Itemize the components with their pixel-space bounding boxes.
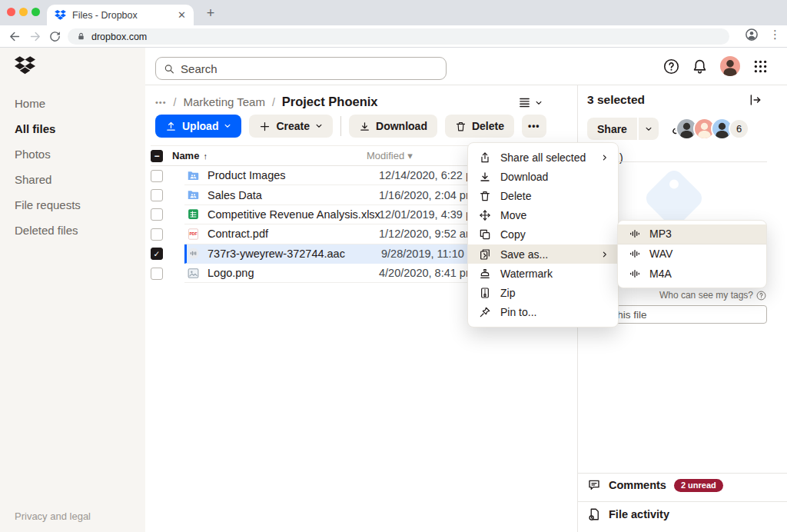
lock-icon — [77, 32, 85, 41]
delete-button[interactable]: Delete — [445, 115, 514, 138]
app-header — [145, 48, 787, 85]
browser-menu-icon[interactable]: ⋮ — [769, 28, 781, 42]
notifications-bell-icon[interactable] — [692, 58, 708, 75]
move-icon — [479, 209, 491, 221]
download-button[interactable]: Download — [349, 115, 437, 138]
reload-button[interactable] — [46, 28, 63, 45]
save-as-icon — [479, 248, 491, 261]
select-all-checkbox[interactable] — [151, 150, 163, 162]
waveform-icon — [629, 268, 641, 280]
selection-count: 3 selected — [587, 93, 645, 107]
submenu-item-wav[interactable]: WAV — [618, 244, 766, 264]
address-bar[interactable]: dropbox.com — [68, 28, 729, 45]
browser-tab[interactable]: Files - Dropbox ✕ — [47, 5, 194, 25]
search-box[interactable] — [155, 57, 447, 80]
help-icon — [756, 291, 766, 301]
menu-item-pin-to[interactable]: Pin to... — [468, 303, 618, 322]
privacy-and-legal-link[interactable]: Privacy and legal — [15, 510, 91, 522]
traffic-light-close[interactable] — [7, 8, 15, 16]
sidebar-item-file-requests[interactable]: File requests — [0, 192, 145, 218]
comments-section-toggle[interactable]: Comments 2 unread — [587, 478, 723, 492]
share-dropdown-button[interactable] — [639, 118, 659, 140]
breadcrumb-separator: / — [272, 96, 275, 108]
new-tab-button[interactable]: + — [201, 4, 220, 22]
file-modified-date: 4/20/2020, 8:41 pm — [379, 267, 475, 279]
row-checkbox[interactable] — [151, 248, 163, 260]
file-name[interactable]: Contract.pdf — [208, 228, 268, 240]
menu-item-copy[interactable]: Copy — [468, 225, 618, 244]
forward-button[interactable] — [26, 28, 43, 45]
browser-profile-icon[interactable] — [745, 28, 759, 42]
file-name[interactable]: 737r3-yweyrew-372744.aac — [208, 248, 345, 260]
file-modified-date: 1/16/2020, 2:04 pm — [379, 189, 475, 201]
menu-item-delete[interactable]: Delete — [468, 186, 618, 205]
apps-grid-icon[interactable] — [752, 58, 769, 75]
browser-tab-strip: Files - Dropbox ✕ + — [0, 0, 787, 25]
waveform-icon — [629, 228, 641, 240]
dropbox-logo[interactable] — [15, 56, 35, 75]
plus-icon — [259, 121, 271, 132]
submenu-item-mp3[interactable]: MP3 — [618, 224, 766, 244]
tab-title: Files - Dropbox — [72, 10, 171, 21]
menu-item-save-as[interactable]: Save as... — [468, 244, 618, 264]
column-header-name[interactable]: Name↑ — [172, 150, 208, 161]
breadcrumb-parent[interactable]: Marketing Team — [183, 95, 264, 108]
tags-help-link[interactable]: Who can see my tags? — [659, 290, 766, 301]
sidebar-item-shared[interactable]: Shared — [0, 167, 145, 192]
row-checkbox[interactable] — [151, 189, 163, 201]
column-header-modified[interactable]: Modified▾ — [367, 150, 413, 161]
row-checkbox[interactable] — [151, 228, 163, 241]
menu-item-share-all-selected[interactable]: Share all selected — [468, 148, 618, 167]
help-icon[interactable] — [663, 58, 679, 75]
file-modified-date: 1/12/2020, 9:52 am — [379, 228, 475, 240]
trash-icon — [479, 190, 491, 202]
more-actions-button[interactable]: ••• — [522, 115, 546, 138]
back-button[interactable] — [6, 28, 23, 45]
collapse-panel-icon[interactable] — [749, 93, 762, 107]
search-input[interactable] — [181, 62, 438, 75]
submenu-item-m4a[interactable]: M4A — [618, 264, 766, 284]
sidebar-item-photos[interactable]: Photos — [0, 141, 145, 167]
chevron-down-icon — [535, 99, 543, 107]
image-file-icon — [187, 267, 200, 280]
menu-item-zip[interactable]: Zip — [468, 283, 618, 302]
file-name[interactable]: Product Images — [208, 169, 286, 181]
breadcrumb-separator: / — [174, 96, 177, 108]
file-modified-date: 12/01/2019, 4:39 pm — [379, 208, 481, 221]
chevron-down-icon — [224, 122, 231, 130]
view-toggle-button[interactable] — [518, 96, 543, 109]
file-name[interactable]: Competitive Revenue Analysis.xlsx — [208, 208, 380, 221]
action-toolbar: Upload Create Download Delete ••• — [155, 115, 546, 138]
row-checkbox[interactable] — [151, 208, 163, 221]
file-name[interactable]: Logo.png — [208, 267, 254, 279]
file-activity-section-toggle[interactable]: File activity — [587, 507, 669, 521]
menu-item-download[interactable]: Download — [468, 167, 618, 186]
save-as-submenu: MP3 WAV M4A — [617, 220, 767, 288]
traffic-light-maximize[interactable] — [32, 8, 40, 16]
pdf-icon — [187, 228, 200, 241]
page-title: Project Phoenix — [282, 95, 378, 109]
sidebar-item-deleted-files[interactable]: Deleted files — [0, 218, 145, 243]
collaborator-overflow-count[interactable]: 6 — [729, 118, 749, 139]
traffic-light-minimize[interactable] — [19, 8, 28, 16]
user-avatar[interactable] — [720, 56, 740, 76]
row-checkbox[interactable] — [151, 170, 163, 182]
comment-bubble-icon — [587, 478, 601, 492]
file-name[interactable]: Sales Data — [208, 189, 262, 201]
sidebar-item-home[interactable]: Home — [0, 91, 145, 116]
zip-icon — [479, 287, 491, 299]
dropbox-favicon — [55, 10, 66, 20]
file-activity-icon — [587, 507, 601, 521]
menu-item-move[interactable]: Move — [468, 206, 618, 225]
row-checkbox[interactable] — [151, 268, 163, 280]
share-button[interactable]: Share — [587, 118, 637, 140]
sidebar-item-all-files[interactable]: All files — [0, 116, 145, 141]
upload-button[interactable]: Upload — [155, 115, 241, 138]
menu-item-watermark[interactable]: Watermark — [468, 264, 618, 283]
breadcrumb-ellipsis[interactable]: ••• — [155, 98, 167, 107]
create-button[interactable]: Create — [249, 115, 333, 138]
shared-folder-icon — [187, 169, 200, 182]
dropdown-arrow-icon: ▾ — [407, 150, 413, 161]
download-icon — [479, 171, 491, 183]
tab-close-icon[interactable]: ✕ — [178, 9, 186, 21]
